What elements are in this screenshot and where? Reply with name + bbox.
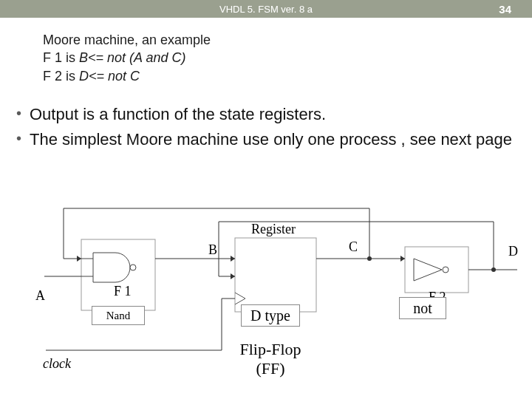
diagram: A B C D F 1 F 2 Register clock Nand D ty… — [0, 195, 532, 399]
label-f1: F 1 — [114, 284, 132, 299]
slide: VHDL 5. FSM ver. 8 a 34 Moore machine, a… — [0, 0, 532, 399]
page-number: 34 — [499, 3, 511, 16]
title-line-2: F 1 is B<= not (A and C) — [43, 49, 211, 66]
box-nand-label: Nand — [106, 310, 131, 322]
box-not: not — [399, 297, 446, 319]
label-c: C — [349, 239, 358, 255]
title-line-2-expr: B<= not (A and C) — [79, 50, 185, 65]
box-nand: Nand — [92, 306, 145, 325]
box-dtype: D type — [241, 304, 300, 327]
svg-point-1 — [130, 265, 136, 270]
svg-rect-4 — [235, 238, 316, 312]
title-line-2-prefix: F 1 is — [43, 50, 79, 65]
bullet-item: The simplest Moore machine use only one … — [13, 129, 519, 151]
title-line-3-expr: D<= not C — [79, 69, 140, 83]
body-bullets: Output is a function of the state regist… — [13, 103, 519, 153]
title-line-1: Moore machine, an example — [43, 31, 211, 49]
slide-title: Moore machine, an example F 1 is B<= not… — [43, 31, 211, 85]
topbar-title: VHDL 5. FSM ver. 8 a — [0, 4, 532, 15]
flip-flop-caption: Flip-Flop (FF) — [226, 340, 315, 378]
svg-point-6 — [443, 267, 449, 273]
title-line-3-prefix: F 2 is — [43, 69, 79, 83]
label-a: A — [35, 288, 45, 304]
label-b: B — [208, 242, 217, 258]
ff-caption-line2: (FF) — [226, 359, 315, 378]
topbar: VHDL 5. FSM ver. 8 a 34 — [0, 0, 532, 18]
ff-caption-line1: Flip-Flop — [226, 340, 315, 359]
box-dtype-label: D type — [250, 307, 290, 324]
label-clock: clock — [43, 356, 71, 372]
box-not-label: not — [413, 300, 432, 317]
label-d: D — [508, 244, 518, 259]
bullet-item: Output is a function of the state regist… — [13, 103, 519, 126]
title-line-3: F 2 is D<= not C — [43, 67, 211, 85]
label-register: Register — [251, 222, 296, 237]
